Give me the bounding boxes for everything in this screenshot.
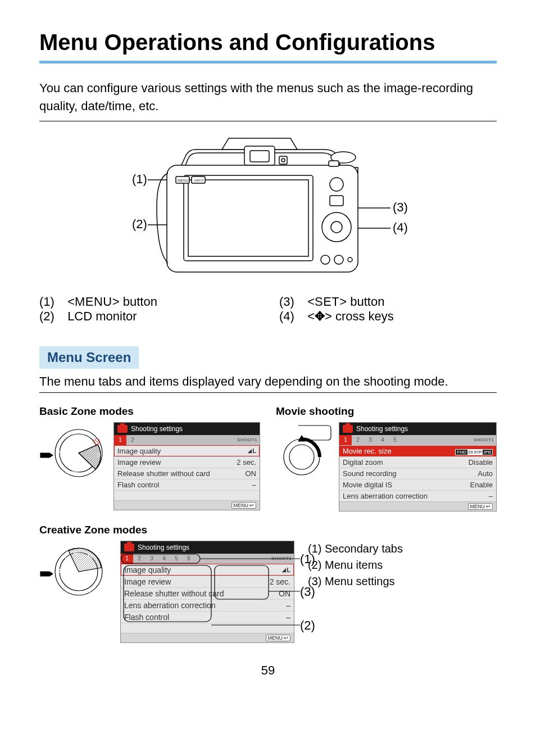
- creative-leader-2: (2): [300, 618, 315, 633]
- menu-item[interactable]: Flash control –: [121, 611, 294, 623]
- svg-text:Av: Av: [73, 550, 80, 556]
- menu-back-chip[interactable]: MENU↩: [231, 502, 257, 509]
- menu-item-value: L: [282, 567, 290, 573]
- menu-item-name: Flash control: [124, 613, 169, 622]
- svg-rect-12: [188, 180, 308, 256]
- svg-text:Tv: Tv: [64, 555, 70, 561]
- menu-item[interactable]: Flash control –: [114, 479, 260, 490]
- page-title: Menu Operations and Configurations: [39, 28, 497, 56]
- menu-tab[interactable]: 6: [183, 554, 195, 564]
- creative-leader-1: (1): [300, 552, 315, 567]
- return-icon: ↩: [284, 635, 288, 641]
- menu-item-name: Sound recording: [343, 469, 396, 478]
- menu-tab[interactable]: 4: [158, 554, 170, 564]
- menu-item-name: Movie digital IS: [343, 481, 392, 489]
- menu-item-name: Digital zoom: [343, 458, 383, 467]
- svg-point-27: [281, 159, 285, 162]
- menu-item-name: Lens aberration correction: [343, 492, 428, 500]
- menu-tab[interactable]: 3: [364, 435, 376, 445]
- menu-tab[interactable]: 5: [389, 435, 401, 445]
- camera-icon: [343, 425, 353, 433]
- svg-rect-18: [330, 196, 343, 206]
- svg-point-23: [348, 257, 352, 262]
- menu-tab[interactable]: 4: [376, 435, 389, 445]
- svg-point-21: [321, 255, 330, 264]
- movie-menu: Shooting settings 1 2 3 4 5 SHOOT1 Movie…: [339, 422, 497, 511]
- menu-item[interactable]: Release shutter without card ON: [114, 468, 260, 479]
- menu-item[interactable]: Movie digital IS Enable: [339, 479, 496, 490]
- menu-item[interactable]: Release shutter without card ON: [121, 587, 294, 599]
- svg-text:●: ●: [91, 465, 94, 472]
- menu-tabs: 1 2 3 4 5 6 SHOOT1: [121, 554, 294, 564]
- menu-item[interactable]: Lens aberration correction –: [339, 490, 496, 501]
- menu-item[interactable]: Image quality L: [114, 445, 260, 456]
- menu-item-value: –: [489, 492, 493, 500]
- menu-tab[interactable]: 2: [133, 554, 146, 564]
- svg-text:P: P: [56, 567, 61, 576]
- menu-item[interactable]: Lens aberration correction –: [121, 599, 294, 611]
- menu-item-value: –: [252, 481, 256, 489]
- svg-rect-25: [329, 161, 339, 166]
- menu-item-value: –: [286, 613, 290, 622]
- menu-item-name: Release shutter without card: [117, 469, 210, 478]
- legend-num-3: (3): [279, 295, 304, 309]
- menu-tab[interactable]: 5: [170, 554, 183, 564]
- menu-item[interactable]: Image review 2 sec.: [121, 576, 294, 587]
- menu-header-title: Shooting settings: [138, 544, 189, 551]
- menu-tabs: 1 2 SHOOT1: [114, 435, 260, 445]
- menu-tab[interactable]: 2: [352, 435, 364, 445]
- movie-switch-icon: ◥▮ ON OFF: [276, 422, 332, 484]
- svg-text:ℳ: ℳ: [97, 452, 103, 458]
- menu-item-name: Release shutter without card: [124, 589, 224, 598]
- menu-item[interactable]: Sound recording Auto: [339, 468, 496, 479]
- creative-legend-3: (3) Menu settings: [308, 573, 403, 590]
- menu-back-chip[interactable]: MENU↩: [266, 635, 291, 641]
- menu-item-name: Image quality: [124, 565, 171, 574]
- svg-point-17: [330, 178, 343, 191]
- section-heading: Menu Screen: [39, 346, 139, 369]
- legend-lab-2: LCD monitor: [67, 309, 137, 324]
- return-icon: ↩: [486, 504, 490, 509]
- svg-text:☰: ☰: [80, 590, 84, 596]
- menu-item-value: ON: [246, 469, 257, 478]
- menu-item[interactable]: Digital zoom Disable: [339, 456, 496, 468]
- menu-item[interactable]: Image review 2 sec.: [114, 456, 260, 468]
- svg-text:◥▮: ◥▮: [301, 429, 308, 435]
- menu-tab[interactable]: 2: [126, 435, 139, 445]
- creative-legend: (1) Secondary tabs (2) Menu items (3) Me…: [308, 541, 403, 590]
- callout-3: (3): [393, 200, 408, 214]
- camera-icon: [124, 544, 134, 551]
- menu-tab[interactable]: 3: [146, 554, 158, 564]
- svg-point-20: [331, 221, 342, 233]
- menu-item-name: Image review: [117, 458, 161, 467]
- creative-menu: Shooting settings 1 2 3 4 5 6 SHOOT1 Ima…: [120, 541, 294, 643]
- menu-tabs: 1 2 3 4 5 SHOOT1: [339, 435, 496, 445]
- shoot-label: SHOOT1: [237, 437, 260, 442]
- menu-item-value: ON: [279, 589, 290, 598]
- camera-diagram: (1) (2) (3) (4): [39, 127, 497, 284]
- basic-zone-menu: Shooting settings 1 2 SHOOT1 Image quali…: [113, 422, 260, 510]
- menu-back-chip[interactable]: MENU↩: [468, 503, 493, 510]
- menu-header-title: Shooting settings: [131, 425, 183, 433]
- legend-lab-1: <MENU> button: [67, 295, 157, 309]
- shoot-label: SHOOT1: [474, 437, 496, 442]
- legend-num-2: (2): [39, 309, 64, 324]
- return-icon: ↩: [249, 503, 254, 508]
- menu-item-value: L: [248, 447, 256, 454]
- title-underline: [39, 61, 497, 64]
- svg-rect-9: [250, 151, 269, 162]
- menu-tab[interactable]: 1: [339, 435, 352, 445]
- creative-legend-2: (2) Menu items: [308, 557, 403, 573]
- svg-text:●: ●: [92, 583, 95, 589]
- menu-item[interactable]: Image quality L: [121, 564, 294, 576]
- menu-item-name: Movie rec. size: [343, 447, 392, 455]
- callout-4: (4): [393, 220, 408, 234]
- menu-item-value: Auto: [478, 469, 493, 478]
- creative-dial-icon: P Av M Tv ⟲ ☰ ●: [39, 541, 107, 603]
- menu-item-value: Disable: [469, 458, 493, 467]
- menu-tab[interactable]: 1: [121, 554, 133, 564]
- svg-text:⟲: ⟲: [64, 587, 69, 592]
- svg-text:MENU: MENU: [178, 179, 189, 182]
- menu-tab[interactable]: 1: [114, 435, 126, 445]
- menu-item[interactable]: Movie rec. size FHD 29.97P IPB: [339, 445, 496, 456]
